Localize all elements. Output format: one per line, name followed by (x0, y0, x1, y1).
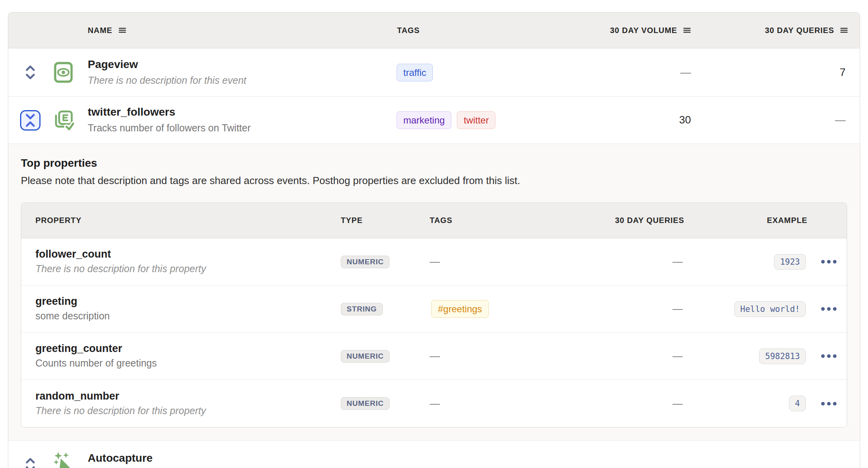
event-name: twitter_followers (88, 105, 396, 119)
prop-queries-value: — (672, 256, 683, 268)
column-header-queries-label: 30 DAY QUERIES (765, 26, 834, 35)
column-header-volume[interactable]: 30 DAY VOLUME (589, 26, 691, 35)
ellipsis-icon (821, 307, 825, 311)
collapse-row-button[interactable] (20, 110, 41, 131)
event-name: Pageview (88, 57, 396, 72)
property-description: There is no description for this propert… (35, 404, 331, 418)
ellipsis-icon (821, 260, 825, 263)
column-header-prop-queries: 30 DAY QUERIES (615, 216, 684, 225)
tag-chip: marketing (397, 111, 451, 129)
more-options-button[interactable] (818, 399, 840, 409)
prop-queries-value: — (672, 398, 683, 410)
more-options-button[interactable] (818, 257, 840, 267)
volume-value: 30 (679, 114, 691, 126)
column-header-example: EXAMPLE (767, 216, 807, 225)
queries-value: — (835, 114, 846, 126)
property-row-follower-count: follower_count There is no description f… (21, 238, 847, 286)
example-value: 1923 (774, 254, 806, 270)
unfold-more-icon (24, 63, 36, 81)
event-row-twitter-followers: twitter_followers Tracks number of follo… (8, 97, 860, 144)
queries-value: 7 (840, 66, 846, 79)
event-row-pageview: Pageview There is no description for thi… (8, 48, 860, 97)
prop-tags-value: — (430, 350, 440, 362)
expand-row-button[interactable] (24, 63, 36, 81)
prop-queries-value: — (672, 303, 683, 315)
unfold-less-icon (25, 112, 35, 128)
prop-tags-value: — (430, 398, 440, 410)
unfold-more-icon (24, 456, 36, 468)
example-value: 4 (789, 396, 806, 411)
event-definition-icon (53, 109, 74, 131)
event-row-autocapture: Autocapture There is no description for … (8, 441, 860, 468)
property-row-random-number: random_number There is no description fo… (21, 380, 847, 427)
expanded-event-panel: Top properties Please note that descript… (8, 144, 860, 441)
data-management-events-page: NAME TAGS 30 DAY VOLUME 30 DAY QUERIES (0, 0, 868, 468)
type-badge: NUMERIC (341, 350, 390, 363)
property-name: greeting_counter (35, 342, 331, 355)
event-description: There is no description for this event (88, 466, 396, 468)
column-header-queries[interactable]: 30 DAY QUERIES (691, 26, 860, 35)
type-badge: NUMERIC (341, 397, 390, 410)
event-name: Autocapture (88, 451, 396, 465)
property-name: greeting (35, 295, 331, 308)
more-options-button[interactable] (818, 351, 840, 361)
property-name: random_number (35, 389, 331, 403)
column-header-tags-label: TAGS (397, 26, 420, 35)
example-value: Hello world! (734, 301, 806, 317)
properties-table-header: PROPERTY TYPE TAGS 30 DAY QUERIES EXAMPL… (21, 203, 847, 238)
type-badge: NUMERIC (341, 256, 390, 268)
column-header-tags: TAGS (396, 26, 589, 35)
property-description: Counts number of greetings (35, 356, 331, 370)
events-table: NAME TAGS 30 DAY VOLUME 30 DAY QUERIES (8, 12, 860, 468)
ellipsis-icon (821, 354, 825, 358)
eye-icon (54, 61, 73, 83)
expand-row-button[interactable] (24, 456, 36, 468)
tag-chip: #greetings (431, 300, 489, 318)
prop-queries-value: — (672, 350, 683, 362)
sort-menu-icon[interactable] (683, 27, 691, 33)
property-name: follower_count (35, 247, 331, 261)
property-description: There is no description for this propert… (35, 262, 331, 276)
column-header-name[interactable]: NAME (81, 26, 396, 35)
tag-chip: twitter (457, 111, 495, 129)
column-header-type: TYPE (341, 216, 363, 225)
event-description: There is no description for this event (88, 73, 396, 88)
column-header-prop-tags: TAGS (430, 216, 452, 225)
ellipsis-icon (821, 402, 825, 405)
column-header-volume-label: 30 DAY VOLUME (610, 26, 677, 35)
event-description: Tracks number of followers on Twitter (88, 120, 396, 135)
column-header-property: PROPERTY (35, 216, 81, 225)
sort-menu-icon[interactable] (840, 27, 848, 33)
property-row-greeting-counter: greeting_counter Counts number of greeti… (21, 333, 847, 380)
example-value: 5982813 (759, 348, 806, 364)
events-table-header: NAME TAGS 30 DAY VOLUME 30 DAY QUERIES (8, 13, 860, 48)
properties-table: PROPERTY TYPE TAGS 30 DAY QUERIES EXAMPL… (21, 203, 847, 427)
type-badge: STRING (341, 303, 383, 315)
column-header-name-label: NAME (88, 26, 113, 35)
cursor-sparkles-icon (53, 451, 74, 468)
volume-value: — (680, 66, 691, 79)
tag-chip: traffic (397, 64, 433, 81)
prop-tags-value: — (430, 256, 440, 268)
property-row-greeting: greeting some description STRING #greeti… (21, 286, 847, 333)
top-properties-title: Top properties (21, 156, 847, 171)
sort-menu-icon[interactable] (118, 27, 126, 33)
property-description: some description (35, 309, 331, 323)
top-properties-note: Please note that description and tags ar… (21, 173, 847, 188)
more-options-button[interactable] (818, 304, 840, 314)
